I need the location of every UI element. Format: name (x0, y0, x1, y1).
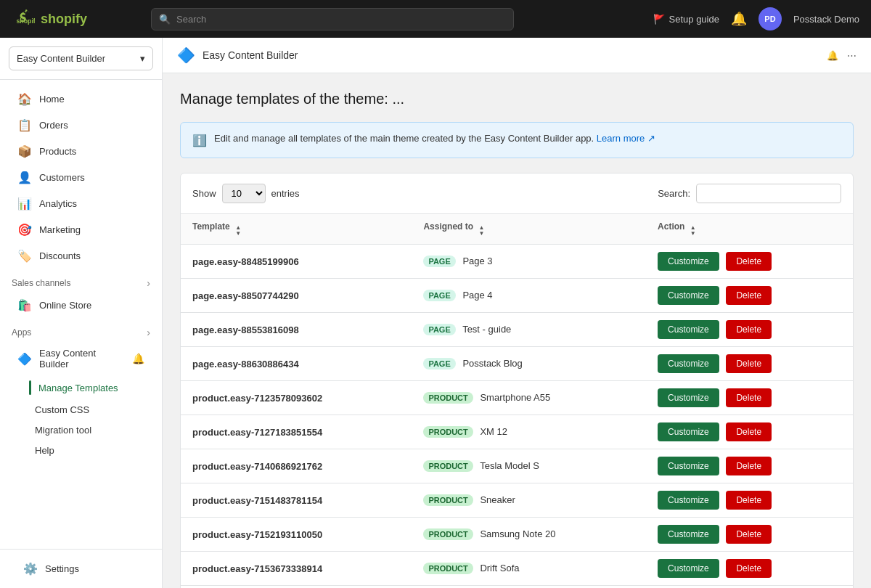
bell-small-icon: 🔔 (132, 353, 144, 364)
table-row: page.easy-88630886434 PAGE Posstack Blog… (181, 347, 853, 381)
customize-button[interactable]: Customize (658, 388, 719, 407)
sidebar-item-settings[interactable]: ⚙️ Settings (12, 556, 150, 581)
customize-button[interactable]: Customize (658, 457, 719, 475)
assigned-value: Samsung Note 20 (480, 528, 555, 539)
sidebar-item-discounts[interactable]: 🏷️ Discounts (6, 243, 156, 269)
delete-button[interactable]: Delete (726, 525, 772, 544)
flag-icon: 🚩 (653, 14, 665, 25)
customize-button[interactable]: Customize (658, 320, 719, 339)
sidebar-item-analytics[interactable]: 📊 Analytics (6, 191, 156, 216)
badge-type: PAGE (423, 256, 455, 267)
delete-button[interactable]: Delete (726, 354, 772, 373)
nav-right: 🚩 Setup guide 🔔 PD Posstack Demo (653, 7, 859, 30)
col-action[interactable]: Action ▲▼ (646, 214, 853, 245)
template-name: product.easy-7140686921762 (192, 461, 322, 472)
sidebar-item-online-store-label: Online Store (39, 300, 91, 311)
show-entries: Show 10 25 50 100 entries (192, 184, 300, 203)
delete-button[interactable]: Delete (726, 252, 772, 271)
easy-content-builder-icon: 🔷 (17, 352, 32, 366)
sidebar-item-marketing-label: Marketing (39, 224, 81, 235)
sidebar-item-customers[interactable]: 👤 Customers (6, 165, 156, 190)
sub-nav-migration-tool[interactable]: Migration tool (6, 420, 156, 440)
app-header-title: Easy Content Builder (203, 49, 819, 61)
badge-type: PRODUCT (423, 528, 473, 540)
user-name: Posstack Demo (793, 14, 859, 25)
delete-button[interactable]: Delete (726, 422, 772, 441)
sub-nav-custom-css[interactable]: Custom CSS (6, 400, 156, 420)
badge-type: PRODUCT (423, 494, 473, 506)
template-name: product.easy-7153673338914 (192, 563, 322, 574)
entries-select[interactable]: 10 25 50 100 (222, 184, 266, 203)
apps-expand-icon[interactable]: › (147, 327, 150, 338)
table-search-input[interactable] (696, 184, 841, 203)
delete-button[interactable]: Delete (726, 559, 772, 578)
chevron-down-icon: ▾ (140, 53, 145, 64)
sidebar: Easy Content Builder ▾ 🏠 Home 📋 Orders 📦… (0, 38, 163, 588)
template-name: product.easy-7127183851554 (192, 427, 322, 438)
col-template[interactable]: Template ▲▼ (181, 214, 412, 245)
sidebar-item-products[interactable]: 📦 Products (6, 139, 156, 164)
notifications-icon[interactable]: 🔔 (731, 11, 747, 27)
sidebar-item-marketing[interactable]: 🎯 Marketing (6, 217, 156, 242)
svg-text:shopify: shopify (16, 17, 35, 25)
sidebar-nav: 🏠 Home 📋 Orders 📦 Products 👤 Customers 📊… (0, 80, 162, 549)
sidebar-item-online-store[interactable]: 🛍️ Online Store (6, 293, 156, 318)
sales-channels-expand-icon[interactable]: › (147, 277, 150, 289)
table-row: page.easy-88553816098 PAGE Test - guide … (181, 313, 853, 347)
sidebar-item-orders[interactable]: 📋 Orders (6, 113, 156, 138)
sub-nav-help[interactable]: Help (6, 441, 156, 460)
assigned-sort-icon: ▲▼ (478, 225, 484, 237)
customize-button[interactable]: Customize (658, 252, 719, 271)
delete-button[interactable]: Delete (726, 388, 772, 407)
help-label: Help (35, 445, 54, 456)
setup-guide-button[interactable]: 🚩 Setup guide (653, 14, 719, 25)
customize-button[interactable]: Customize (658, 286, 719, 305)
customize-button[interactable]: Customize (658, 491, 719, 510)
customize-button[interactable]: Customize (658, 525, 719, 544)
orders-icon: 📋 (17, 118, 32, 132)
template-name: product.easy-7151483781154 (192, 495, 322, 506)
search-label: Search: (658, 188, 690, 199)
user-avatar[interactable]: PD (758, 7, 782, 30)
info-icon: ℹ️ (192, 134, 207, 147)
sidebar-item-orders-label: Orders (39, 120, 68, 131)
customize-button[interactable]: Customize (658, 422, 719, 441)
col-assigned-to[interactable]: Assigned to ▲▼ (412, 214, 646, 245)
sidebar-item-home[interactable]: 🏠 Home (6, 86, 156, 112)
shopify-logo: shopify (12, 7, 35, 30)
assigned-value: Smartphone A55 (480, 392, 550, 403)
sub-nav-manage-templates[interactable]: Manage Templates (6, 376, 156, 399)
store-selector[interactable]: Easy Content Builder ▾ (0, 38, 162, 80)
table-row: page.easy-88507744290 PAGE Page 4 Custom… (181, 279, 853, 313)
app-logo-icon: 🔷 (177, 46, 195, 64)
app-more-icon[interactable]: ⋯ (847, 50, 856, 61)
table-controls: Show 10 25 50 100 entries Search: (181, 173, 853, 214)
search-bar[interactable]: 🔍 (151, 8, 514, 30)
app-header: 🔷 Easy Content Builder 🔔 ⋯ (163, 38, 871, 73)
customize-button[interactable]: Customize (658, 354, 719, 373)
sidebar-bottom: ⚙️ Settings (0, 549, 162, 588)
assigned-value: XM 12 (480, 426, 507, 437)
table-row: product.easy-7127183851554 PRODUCT XM 12… (181, 415, 853, 449)
delete-button[interactable]: Delete (726, 491, 772, 510)
assigned-value: Sneaker (480, 494, 515, 505)
main-content: 🔷 Easy Content Builder 🔔 ⋯ Manage templa… (163, 38, 871, 588)
learn-more-link[interactable]: Learn more ↗ (597, 133, 655, 144)
entries-label: entries (271, 188, 300, 199)
table-head: Template ▲▼ Assigned to ▲▼ Action ▲▼ (181, 214, 853, 245)
sidebar-item-easy-content-builder[interactable]: 🔷 Easy Content Builder 🔔 (6, 342, 156, 375)
sales-channels-title: Sales channels (12, 278, 70, 288)
customize-button[interactable]: Customize (658, 559, 719, 578)
search-input[interactable] (176, 9, 506, 30)
sub-nav: Manage Templates Custom CSS Migration to… (0, 376, 162, 460)
template-name: product.easy-7152193110050 (192, 529, 322, 540)
sidebar-item-customers-label: Customers (39, 172, 85, 183)
delete-button[interactable]: Delete (726, 320, 772, 339)
show-label: Show (192, 188, 216, 199)
store-dropdown[interactable]: Easy Content Builder ▾ (9, 46, 153, 70)
delete-button[interactable]: Delete (726, 457, 772, 475)
table-body: page.easy-88485199906 PAGE Page 3 Custom… (181, 245, 853, 586)
template-name: page.easy-88485199906 (192, 256, 299, 267)
app-bell-icon[interactable]: 🔔 (827, 50, 838, 61)
delete-button[interactable]: Delete (726, 286, 772, 305)
